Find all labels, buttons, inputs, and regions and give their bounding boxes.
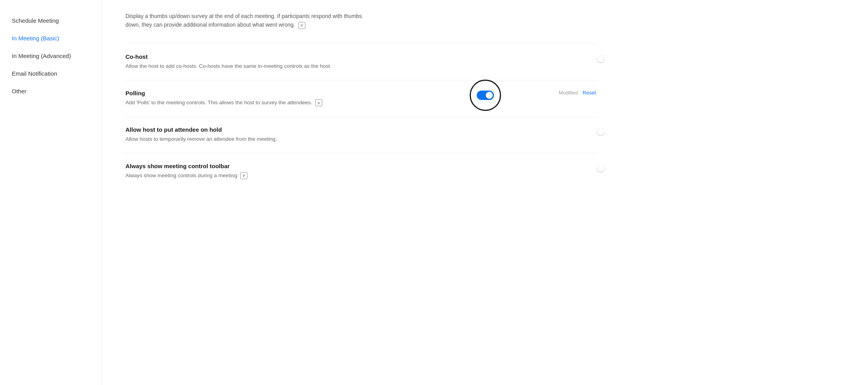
sidebar-item-in-meeting-basic[interactable]: In Meeting (Basic): [0, 29, 102, 47]
setting-title-cohost: Co-host: [125, 53, 376, 60]
sidebar-item-other[interactable]: Other: [0, 82, 102, 100]
info-icon-control-toolbar[interactable]: v: [240, 172, 247, 179]
top-description: Display a thumbs up/down survey at the e…: [125, 8, 376, 29]
reset-link-polling[interactable]: Reset: [583, 90, 596, 96]
sidebar-item-email-notification[interactable]: Email Notification: [0, 65, 102, 82]
setting-content-attendee-hold: Allow host to put attendee on holdAllow …: [125, 126, 376, 143]
toggle-thumb-polling: [486, 92, 493, 99]
setting-row-polling: PollingAdd 'Polls' to the meeting contro…: [125, 80, 596, 116]
setting-desc-cohost: Allow the host to add co-hosts. Co-hosts…: [125, 62, 376, 71]
settings-list: Co-hostAllow the host to add co-hosts. C…: [125, 44, 844, 189]
toggle-thumb-cohost: [597, 55, 604, 62]
modified-label-polling: Modified: [559, 90, 578, 96]
setting-content-cohost: Co-hostAllow the host to add co-hosts. C…: [125, 53, 376, 71]
setting-row-attendee-hold: Allow host to put attendee on holdAllow …: [125, 116, 596, 153]
setting-row-cohost: Co-hostAllow the host to add co-hosts. C…: [125, 44, 596, 80]
sidebar: Schedule MeetingIn Meeting (Basic)In Mee…: [0, 0, 102, 385]
setting-desc-attendee-hold: Allow hosts to temporarily remove an att…: [125, 135, 376, 143]
toggle-polling[interactable]: [477, 91, 494, 100]
sidebar-item-in-meeting-advanced[interactable]: In Meeting (Advanced): [0, 47, 102, 65]
setting-title-control-toolbar: Always show meeting control toolbar: [125, 163, 376, 169]
setting-content-polling: PollingAdd 'Polls' to the meeting contro…: [125, 90, 376, 107]
sidebar-item-schedule-meeting[interactable]: Schedule Meeting: [0, 12, 102, 29]
setting-title-polling: Polling: [125, 90, 376, 96]
toggle-thumb-attendee-hold: [597, 128, 604, 135]
setting-desc-control-toolbar: Always show meeting controls during a me…: [125, 172, 376, 180]
setting-title-attendee-hold: Allow host to put attendee on hold: [125, 126, 376, 133]
setting-content-control-toolbar: Always show meeting control toolbarAlway…: [125, 163, 376, 180]
setting-desc-polling: Add 'Polls' to the meeting controls. Thi…: [125, 99, 376, 107]
toggle-thumb-control-toolbar: [597, 165, 604, 172]
info-icon-polling[interactable]: v: [315, 99, 322, 106]
setting-row-control-toolbar: Always show meeting control toolbarAlway…: [125, 153, 596, 189]
main-content: Display a thumbs up/down survey at the e…: [102, 0, 868, 385]
top-info-icon[interactable]: v: [298, 22, 305, 29]
